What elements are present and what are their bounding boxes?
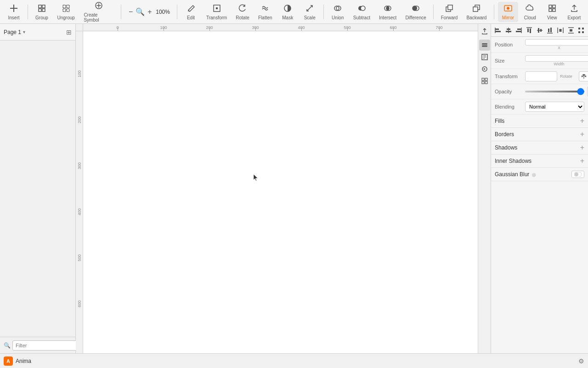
insert-button[interactable]: Insert [4, 2, 24, 22]
align-center-v-button[interactable] [535, 25, 545, 35]
inner-shadows-section-header[interactable]: Inner Shadows + [491, 155, 588, 168]
position-x-group: X [525, 39, 588, 50]
borders-section-header[interactable]: Borders + [491, 128, 588, 141]
group-button[interactable]: Group [32, 2, 52, 22]
align-left-button[interactable] [493, 25, 503, 35]
gaussian-blur-toggle[interactable] [571, 171, 584, 178]
plugin-settings-button[interactable]: ⚙ [578, 357, 584, 365]
insert-label: Insert [8, 15, 19, 20]
flatten-label: Flatten [258, 15, 272, 20]
backward-button[interactable]: Backward [463, 2, 490, 22]
transform-row-label: Transform [495, 74, 522, 79]
mirror-button[interactable]: Mirror [498, 2, 518, 22]
zoom-minus-button[interactable]: − [127, 7, 135, 17]
page-selector[interactable]: Page 1 ▾ ⊞ [0, 24, 75, 40]
borders-add-button[interactable]: + [580, 131, 584, 138]
page-dropdown-arrow[interactable]: ▾ [23, 29, 25, 34]
tidy-up-button[interactable] [576, 25, 586, 35]
intersect-button[interactable]: Intersect [376, 2, 400, 22]
align-right-button[interactable] [514, 25, 524, 35]
cloud-button[interactable]: Cloud [520, 2, 540, 22]
prototype-icon-btn[interactable] [479, 63, 490, 75]
svg-rect-67 [582, 28, 584, 29]
filter-input[interactable] [12, 340, 82, 351]
svg-rect-48 [517, 29, 521, 30]
scale-button[interactable]: Scale [300, 2, 320, 22]
create-symbol-button[interactable]: Create Symbol [80, 0, 117, 24]
mask-button[interactable]: Mask [277, 2, 298, 22]
upload-icon-btn[interactable] [479, 26, 490, 37]
grid-icon-btn[interactable] [479, 75, 490, 86]
rotate-button[interactable]: Rotate [232, 2, 253, 22]
canvas-area[interactable]: 0 100 200 300 400 500 600 700 100 2 [76, 24, 478, 353]
ruler-left: 100 200 300 400 500 600 [76, 31, 83, 353]
shadows-section-header[interactable]: Shadows + [491, 141, 588, 155]
plugin-name: Anima [16, 358, 31, 364]
canvas-white[interactable] [83, 31, 478, 353]
mouse-cursor [253, 174, 259, 181]
inspector-icon-btn[interactable] [479, 52, 490, 63]
size-label: Size [495, 58, 522, 63]
fills-label: Fills [495, 118, 504, 124]
ungroup-button[interactable]: Ungroup [54, 2, 78, 22]
svg-rect-69 [582, 31, 584, 33]
rotate-input[interactable] [525, 71, 557, 81]
svg-rect-62 [559, 29, 561, 32]
svg-rect-35 [482, 46, 487, 47]
svg-rect-52 [530, 29, 531, 33]
difference-button[interactable]: Difference [402, 2, 430, 22]
gaussian-blur-info-icon: ◎ [532, 172, 536, 177]
shadows-add-button[interactable]: + [580, 144, 584, 151]
position-x-input[interactable] [525, 39, 588, 46]
svg-rect-2 [39, 5, 41, 8]
layers-icon-btn[interactable] [479, 40, 490, 51]
forward-button[interactable]: Forward [437, 2, 461, 22]
svg-rect-33 [482, 43, 487, 44]
inner-shadows-add-button[interactable]: + [580, 157, 584, 165]
view-button[interactable]: View [542, 2, 562, 22]
align-bottom-button[interactable] [545, 25, 555, 35]
page-add-icon[interactable]: ⊞ [66, 29, 72, 36]
transform-button[interactable]: Transform [203, 2, 231, 22]
blending-select[interactable]: Normal Multiply Screen Overlay [525, 102, 584, 112]
fills-section-header[interactable]: Fills + [491, 115, 588, 128]
export-button[interactable]: Export [564, 2, 584, 22]
gaussian-blur-row: Gaussian Blur ◎ [491, 168, 588, 181]
filter-search-icon: 🔍 [4, 342, 11, 349]
opacity-slider[interactable] [525, 91, 584, 92]
svg-rect-23 [448, 5, 452, 10]
position-row: Position X Y [491, 37, 588, 53]
cloud-label: Cloud [524, 15, 536, 20]
sep3 [177, 5, 177, 19]
flatten-button[interactable]: Flatten [254, 2, 276, 22]
mirror-icon [503, 4, 513, 14]
main-area: Page 1 ▾ ⊞ 🔍 ✎ 0 0 100 [0, 24, 588, 353]
mask-label: Mask [282, 15, 293, 20]
distribute-h-button[interactable] [555, 25, 565, 35]
rotate-icon [238, 4, 247, 14]
flip-h-button[interactable] [579, 71, 588, 81]
distribute-v-button[interactable] [566, 25, 576, 35]
zoom-icon: 🔍 [136, 7, 145, 16]
edit-button[interactable]: Edit [181, 2, 201, 22]
svg-rect-12 [216, 7, 218, 9]
create-symbol-label: Create Symbol [84, 12, 113, 23]
svg-rect-57 [548, 29, 549, 32]
fills-add-button[interactable]: + [580, 117, 584, 125]
align-top-button[interactable] [524, 25, 534, 35]
width-input[interactable] [525, 55, 588, 62]
plugin-icon: A [4, 356, 13, 366]
zoom-level[interactable]: 100% [155, 9, 171, 15]
svg-rect-9 [67, 9, 69, 12]
union-button[interactable]: Union [328, 2, 348, 22]
insert-icon [9, 4, 18, 14]
zoom-plus-button[interactable]: + [146, 7, 153, 17]
right-icon-strip [478, 24, 491, 353]
svg-rect-68 [578, 31, 580, 33]
align-center-h-button[interactable] [503, 25, 514, 35]
subtract-button[interactable]: Subtract [350, 2, 373, 22]
filter-bar: 🔍 ✎ 0 [0, 337, 75, 353]
svg-rect-41 [485, 81, 487, 84]
scale-label: Scale [304, 15, 316, 20]
view-icon [548, 4, 557, 14]
